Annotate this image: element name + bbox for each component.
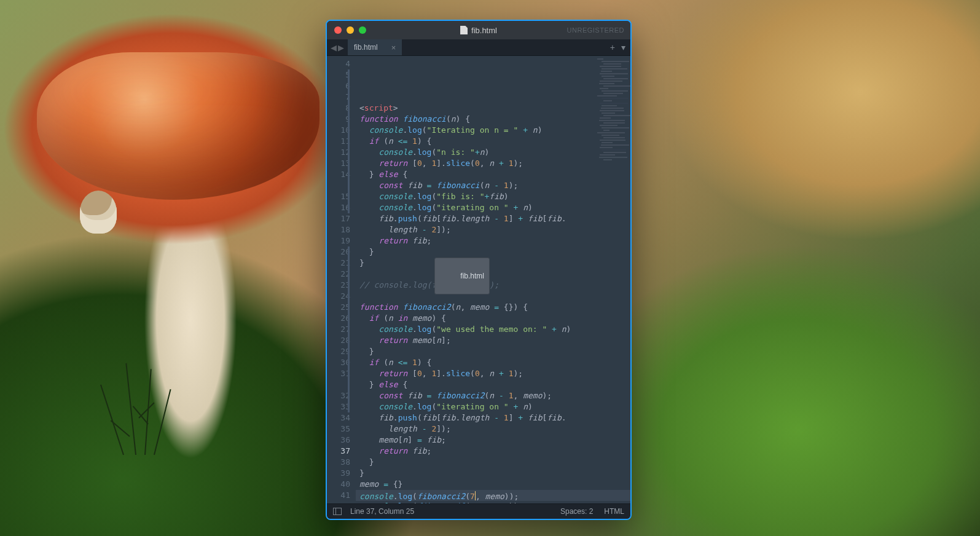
code-editor[interactable]: <script>function fibonacci(n) { console.… [356,56,630,503]
wallpaper-plant [92,344,203,455]
code-line[interactable]: // console.log(fibonacci(7)); [359,280,627,291]
minimize-icon[interactable] [347,26,354,34]
code-line[interactable]: <script> [359,103,627,114]
code-line[interactable]: } else { [359,169,627,180]
code-line[interactable] [359,291,627,302]
status-bar: Line 37, Column 25 Spaces: 2 HTML [327,503,630,519]
tab-history-nav: ◀ ▶ [327,39,348,55]
code-line[interactable]: console.log("Iterating on n = " + n) [359,125,627,136]
new-tab-icon[interactable]: + [610,42,615,52]
code-line[interactable]: function fibonacci(n) { [359,114,627,125]
code-line[interactable]: memo = {} [359,479,627,490]
code-line[interactable]: } [359,468,627,479]
code-line[interactable]: console.log("iterating on " + n) [359,401,627,412]
code-line[interactable]: return [0, 1].slice(0, n + 1); [359,368,627,379]
code-line[interactable]: } [359,258,627,269]
code-line[interactable]: } [359,346,627,357]
code-line[interactable]: return memo[n]; [359,335,627,346]
code-line[interactable]: } [359,457,627,468]
code-line[interactable]: length - 2]); [359,424,627,435]
line-number-gutter[interactable]: 4567891011121314151617181920212223242526… [327,56,356,503]
nav-forward-icon[interactable]: ▶ [338,43,344,52]
code-line[interactable]: const fib = fibonacci(n - 1); [359,180,627,191]
file-icon [460,26,468,34]
desktop-wallpaper: fib.html UNREGISTERED ◀ ▶ fib.html × + ▾ [0,0,980,536]
window-title-text: fib.html [471,26,497,35]
nav-back-icon[interactable]: ◀ [331,43,337,52]
code-line[interactable]: return fib; [359,446,627,457]
code-line[interactable]: return fib; [359,235,627,246]
code-line[interactable]: console.log("we used the memo on: " + n) [359,324,627,335]
panel-toggle-icon[interactable] [333,508,342,515]
code-line[interactable]: if (n in memo) { [359,313,627,324]
code-line[interactable]: if (n <= 1) { [359,357,627,368]
tab-fib-html[interactable]: fib.html × [348,39,402,55]
cursor-position[interactable]: Line 37, Column 25 [350,507,414,516]
code-line[interactable]: } [359,246,627,258]
code-line[interactable]: fib.push(fib[fib.length - 1] + fib[fib. [359,412,627,424]
wallpaper-mushroom-spots [37,52,319,200]
code-line[interactable]: const fib = fibonacci2(n - 1, memo); [359,390,627,401]
code-line[interactable]: memo[n] = fib; [359,435,627,446]
editor-window: fib.html UNREGISTERED ◀ ▶ fib.html × + ▾ [326,20,632,520]
fold-indicator-bar [348,58,350,501]
code-line[interactable]: console.log("fib is: "+fib) [359,191,627,202]
registration-label: UNREGISTERED [567,26,624,34]
indentation-setting[interactable]: Spaces: 2 [560,507,593,516]
tab-actions: + ▾ [610,39,630,55]
tab-strip: ◀ ▶ fib.html × + ▾ [327,39,630,56]
code-line[interactable]: length - 2]); [359,224,627,235]
code-line[interactable]: console.log("n is: "+n) [359,147,627,158]
code-line[interactable]: fib.push(fib[fib.length - 1] + fib[fib. [359,213,627,224]
code-line[interactable]: } else { [359,379,627,390]
window-controls [334,26,366,34]
tab-label: fib.html [354,43,378,52]
maximize-icon[interactable] [359,26,366,34]
tab-menu-icon[interactable]: ▾ [621,42,625,52]
filename-tooltip: fib.html [434,258,490,294]
code-line[interactable]: console.log("iterating on " + n) [359,202,627,213]
close-icon[interactable] [334,26,342,34]
titlebar[interactable]: fib.html UNREGISTERED [327,21,630,39]
code-area: 4567891011121314151617181920212223242526… [327,56,630,503]
code-line[interactable]: console.log(fibonacci2(15, memo)); [359,501,627,503]
code-line[interactable]: function fibonacci2(n, memo = {}) { [359,302,627,313]
syntax-mode[interactable]: HTML [604,507,624,516]
tab-close-icon[interactable]: × [391,43,396,52]
code-line[interactable]: if (n <= 1) { [359,136,627,147]
code-line[interactable]: return [0, 1].slice(0, n + 1); [359,158,627,169]
code-line[interactable] [359,269,627,280]
code-line[interactable]: console.log(fibonacci2(7, memo)); [359,490,627,501]
